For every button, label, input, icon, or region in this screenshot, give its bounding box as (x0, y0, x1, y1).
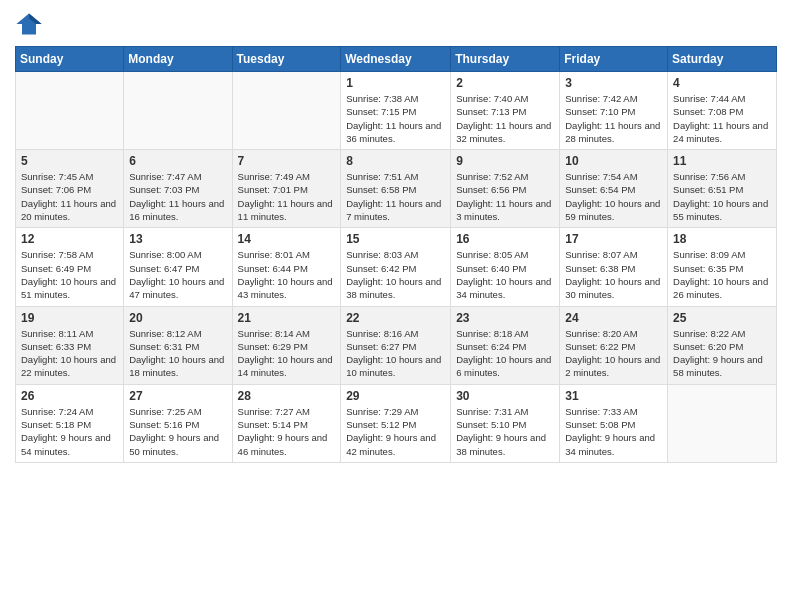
calendar-cell: 27Sunrise: 7:25 AM Sunset: 5:16 PM Dayli… (124, 384, 232, 462)
calendar-cell: 2Sunrise: 7:40 AM Sunset: 7:13 PM Daylig… (451, 72, 560, 150)
day-info: Sunrise: 8:16 AM Sunset: 6:27 PM Dayligh… (346, 327, 445, 380)
day-info: Sunrise: 7:42 AM Sunset: 7:10 PM Dayligh… (565, 92, 662, 145)
col-wednesday: Wednesday (341, 47, 451, 72)
day-info: Sunrise: 7:51 AM Sunset: 6:58 PM Dayligh… (346, 170, 445, 223)
day-number: 6 (129, 154, 226, 168)
day-info: Sunrise: 8:11 AM Sunset: 6:33 PM Dayligh… (21, 327, 118, 380)
day-info: Sunrise: 8:09 AM Sunset: 6:35 PM Dayligh… (673, 248, 771, 301)
day-number: 29 (346, 389, 445, 403)
logo-icon (15, 10, 43, 38)
col-monday: Monday (124, 47, 232, 72)
calendar-cell: 31Sunrise: 7:33 AM Sunset: 5:08 PM Dayli… (560, 384, 668, 462)
calendar-header-row: Sunday Monday Tuesday Wednesday Thursday… (16, 47, 777, 72)
calendar-week-row: 5Sunrise: 7:45 AM Sunset: 7:06 PM Daylig… (16, 150, 777, 228)
calendar-cell: 10Sunrise: 7:54 AM Sunset: 6:54 PM Dayli… (560, 150, 668, 228)
calendar-cell: 20Sunrise: 8:12 AM Sunset: 6:31 PM Dayli… (124, 306, 232, 384)
day-number: 18 (673, 232, 771, 246)
calendar-cell: 30Sunrise: 7:31 AM Sunset: 5:10 PM Dayli… (451, 384, 560, 462)
calendar-cell: 23Sunrise: 8:18 AM Sunset: 6:24 PM Dayli… (451, 306, 560, 384)
calendar-cell: 25Sunrise: 8:22 AM Sunset: 6:20 PM Dayli… (668, 306, 777, 384)
day-info: Sunrise: 7:47 AM Sunset: 7:03 PM Dayligh… (129, 170, 226, 223)
calendar-cell: 29Sunrise: 7:29 AM Sunset: 5:12 PM Dayli… (341, 384, 451, 462)
calendar-cell: 17Sunrise: 8:07 AM Sunset: 6:38 PM Dayli… (560, 228, 668, 306)
day-number: 3 (565, 76, 662, 90)
day-number: 19 (21, 311, 118, 325)
calendar-cell: 14Sunrise: 8:01 AM Sunset: 6:44 PM Dayli… (232, 228, 341, 306)
day-number: 7 (238, 154, 336, 168)
day-number: 8 (346, 154, 445, 168)
calendar-cell: 7Sunrise: 7:49 AM Sunset: 7:01 PM Daylig… (232, 150, 341, 228)
day-number: 24 (565, 311, 662, 325)
logo (15, 10, 47, 38)
calendar-cell: 8Sunrise: 7:51 AM Sunset: 6:58 PM Daylig… (341, 150, 451, 228)
day-number: 20 (129, 311, 226, 325)
calendar-week-row: 1Sunrise: 7:38 AM Sunset: 7:15 PM Daylig… (16, 72, 777, 150)
calendar-cell: 21Sunrise: 8:14 AM Sunset: 6:29 PM Dayli… (232, 306, 341, 384)
calendar-table: Sunday Monday Tuesday Wednesday Thursday… (15, 46, 777, 463)
calendar-cell: 3Sunrise: 7:42 AM Sunset: 7:10 PM Daylig… (560, 72, 668, 150)
day-info: Sunrise: 8:20 AM Sunset: 6:22 PM Dayligh… (565, 327, 662, 380)
calendar-cell: 22Sunrise: 8:16 AM Sunset: 6:27 PM Dayli… (341, 306, 451, 384)
col-tuesday: Tuesday (232, 47, 341, 72)
calendar-cell: 19Sunrise: 8:11 AM Sunset: 6:33 PM Dayli… (16, 306, 124, 384)
calendar-cell: 12Sunrise: 7:58 AM Sunset: 6:49 PM Dayli… (16, 228, 124, 306)
day-info: Sunrise: 7:31 AM Sunset: 5:10 PM Dayligh… (456, 405, 554, 458)
col-friday: Friday (560, 47, 668, 72)
calendar-cell (668, 384, 777, 462)
day-info: Sunrise: 8:14 AM Sunset: 6:29 PM Dayligh… (238, 327, 336, 380)
day-info: Sunrise: 8:00 AM Sunset: 6:47 PM Dayligh… (129, 248, 226, 301)
calendar-cell (232, 72, 341, 150)
day-number: 13 (129, 232, 226, 246)
day-info: Sunrise: 7:52 AM Sunset: 6:56 PM Dayligh… (456, 170, 554, 223)
day-info: Sunrise: 7:27 AM Sunset: 5:14 PM Dayligh… (238, 405, 336, 458)
header (15, 10, 777, 38)
calendar-cell (124, 72, 232, 150)
day-number: 9 (456, 154, 554, 168)
calendar-cell: 9Sunrise: 7:52 AM Sunset: 6:56 PM Daylig… (451, 150, 560, 228)
day-number: 16 (456, 232, 554, 246)
calendar-cell: 18Sunrise: 8:09 AM Sunset: 6:35 PM Dayli… (668, 228, 777, 306)
day-number: 15 (346, 232, 445, 246)
day-number: 5 (21, 154, 118, 168)
day-number: 23 (456, 311, 554, 325)
calendar-cell: 26Sunrise: 7:24 AM Sunset: 5:18 PM Dayli… (16, 384, 124, 462)
calendar-cell: 11Sunrise: 7:56 AM Sunset: 6:51 PM Dayli… (668, 150, 777, 228)
day-number: 17 (565, 232, 662, 246)
day-info: Sunrise: 8:07 AM Sunset: 6:38 PM Dayligh… (565, 248, 662, 301)
calendar-cell: 1Sunrise: 7:38 AM Sunset: 7:15 PM Daylig… (341, 72, 451, 150)
calendar-cell: 6Sunrise: 7:47 AM Sunset: 7:03 PM Daylig… (124, 150, 232, 228)
day-info: Sunrise: 8:12 AM Sunset: 6:31 PM Dayligh… (129, 327, 226, 380)
day-number: 11 (673, 154, 771, 168)
calendar-cell: 13Sunrise: 8:00 AM Sunset: 6:47 PM Dayli… (124, 228, 232, 306)
calendar-cell (16, 72, 124, 150)
day-info: Sunrise: 7:24 AM Sunset: 5:18 PM Dayligh… (21, 405, 118, 458)
day-info: Sunrise: 8:03 AM Sunset: 6:42 PM Dayligh… (346, 248, 445, 301)
day-number: 21 (238, 311, 336, 325)
day-info: Sunrise: 8:05 AM Sunset: 6:40 PM Dayligh… (456, 248, 554, 301)
calendar-cell: 16Sunrise: 8:05 AM Sunset: 6:40 PM Dayli… (451, 228, 560, 306)
day-number: 2 (456, 76, 554, 90)
col-sunday: Sunday (16, 47, 124, 72)
day-number: 25 (673, 311, 771, 325)
calendar-cell: 15Sunrise: 8:03 AM Sunset: 6:42 PM Dayli… (341, 228, 451, 306)
day-info: Sunrise: 7:29 AM Sunset: 5:12 PM Dayligh… (346, 405, 445, 458)
day-number: 31 (565, 389, 662, 403)
col-thursday: Thursday (451, 47, 560, 72)
day-info: Sunrise: 8:18 AM Sunset: 6:24 PM Dayligh… (456, 327, 554, 380)
day-number: 30 (456, 389, 554, 403)
day-number: 22 (346, 311, 445, 325)
col-saturday: Saturday (668, 47, 777, 72)
day-number: 12 (21, 232, 118, 246)
calendar-week-row: 19Sunrise: 8:11 AM Sunset: 6:33 PM Dayli… (16, 306, 777, 384)
calendar-cell: 24Sunrise: 8:20 AM Sunset: 6:22 PM Dayli… (560, 306, 668, 384)
calendar-cell: 28Sunrise: 7:27 AM Sunset: 5:14 PM Dayli… (232, 384, 341, 462)
day-number: 26 (21, 389, 118, 403)
day-number: 28 (238, 389, 336, 403)
day-info: Sunrise: 7:54 AM Sunset: 6:54 PM Dayligh… (565, 170, 662, 223)
calendar-cell: 5Sunrise: 7:45 AM Sunset: 7:06 PM Daylig… (16, 150, 124, 228)
day-info: Sunrise: 8:01 AM Sunset: 6:44 PM Dayligh… (238, 248, 336, 301)
calendar-week-row: 26Sunrise: 7:24 AM Sunset: 5:18 PM Dayli… (16, 384, 777, 462)
day-info: Sunrise: 7:45 AM Sunset: 7:06 PM Dayligh… (21, 170, 118, 223)
day-number: 1 (346, 76, 445, 90)
day-info: Sunrise: 7:38 AM Sunset: 7:15 PM Dayligh… (346, 92, 445, 145)
